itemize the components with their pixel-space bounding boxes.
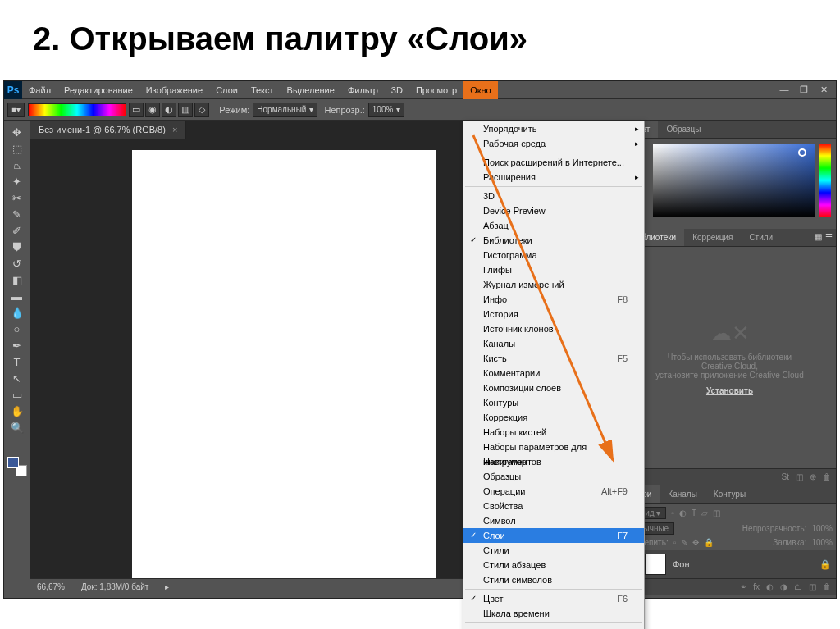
tool-preset-icon[interactable]: ■▾	[7, 103, 25, 117]
menu-filter[interactable]: Фильтр	[341, 81, 385, 99]
filter-smart-icon[interactable]: ◫	[713, 508, 720, 517]
status-chevron-icon[interactable]: ▸	[165, 582, 169, 591]
menu-item-композиции-слоев[interactable]: Композиции слоев	[463, 381, 644, 395]
path-tool-icon[interactable]: ↖	[8, 370, 26, 386]
menu-item-упорядочить[interactable]: Упорядочить	[463, 121, 644, 136]
menu-edit[interactable]: Редактирование	[57, 81, 139, 99]
layer-name[interactable]: Фон	[673, 559, 690, 569]
gradient-linear-icon[interactable]: ▭	[129, 103, 144, 117]
dodge-tool-icon[interactable]: ○	[8, 321, 26, 337]
tab-swatches[interactable]: Образцы	[658, 121, 709, 138]
shape-tool-icon[interactable]: ▭	[8, 386, 26, 403]
panel-icon[interactable]: St	[782, 472, 789, 481]
layer-fill[interactable]: 100%	[811, 538, 833, 547]
menu-item-гистограмма[interactable]: Гистограмма	[463, 248, 644, 262]
type-tool-icon[interactable]: T	[8, 353, 26, 370]
menu-item-инфо[interactable]: ИнфоF8	[463, 292, 644, 307]
menu-item-кисть[interactable]: КистьF5	[463, 351, 644, 366]
move-tool-icon[interactable]: ✥	[8, 124, 26, 140]
eraser-tool-icon[interactable]: ◧	[8, 271, 26, 288]
color-swatches[interactable]	[7, 457, 27, 476]
group-icon[interactable]: 🗀	[794, 582, 802, 591]
layer-thumbnail[interactable]	[645, 554, 666, 575]
lock-trans-icon[interactable]: ▫	[673, 538, 677, 547]
menu-select[interactable]: Выделение	[281, 81, 341, 99]
lock-pixel-icon[interactable]: ✎	[681, 538, 687, 547]
menu-item-коррекция[interactable]: Коррекция	[463, 410, 644, 425]
menu-item-навигатор[interactable]: Навигатор	[463, 454, 644, 469]
history-brush-icon[interactable]: ↺	[8, 255, 26, 271]
menu-item-наборы-параметров-для-инструментов[interactable]: Наборы параметров для инструментов	[463, 440, 644, 454]
menu-item-device-preview[interactable]: Device Preview	[463, 203, 644, 218]
menu-layers[interactable]: Слои	[209, 81, 244, 99]
fg-color-swatch[interactable]	[7, 457, 19, 468]
menu-image[interactable]: Изображение	[139, 81, 209, 99]
menu-item-контуры[interactable]: Контуры	[463, 395, 644, 410]
minimize-icon[interactable]: —	[778, 84, 790, 95]
menu-item-параметры[interactable]: Параметры	[463, 625, 644, 629]
menu-item-рабочая-среда[interactable]: Рабочая среда	[463, 136, 644, 151]
hue-slider[interactable]	[819, 144, 831, 217]
menu-item-стили[interactable]: Стили	[463, 543, 644, 558]
list-view-icon[interactable]: ☰	[825, 232, 833, 243]
menu-text[interactable]: Текст	[244, 81, 281, 99]
filter-shape-icon[interactable]: ▱	[701, 508, 708, 517]
canvas[interactable]	[132, 150, 436, 585]
menu-item-библиотеки[interactable]: Библиотеки	[463, 233, 644, 248]
menu-item-стили-символов[interactable]: Стили символов	[463, 572, 644, 587]
menu-item-стили-абзацев[interactable]: Стили абзацев	[463, 558, 644, 572]
menu-item-поиск-расширений-в-интернете-[interactable]: Поиск расширений в Интернете...	[463, 155, 644, 170]
menu-item-символ[interactable]: Символ	[463, 513, 644, 528]
lock-all-icon[interactable]: 🔒	[704, 538, 714, 547]
menu-item-шкала-времени[interactable]: Шкала времени	[463, 606, 644, 621]
install-link[interactable]: Установить	[706, 386, 753, 395]
menu-item-слои[interactable]: СлоиF7	[463, 528, 644, 543]
filter-type-icon[interactable]: T	[692, 508, 696, 517]
document-tab[interactable]: Без имени-1 @ 66,7% (RGB/8)×	[30, 121, 186, 139]
lasso-tool-icon[interactable]: ⏢	[8, 157, 26, 173]
layer-opacity[interactable]: 100%	[811, 524, 833, 533]
mask-icon[interactable]: ◐	[766, 582, 774, 591]
crop-tool-icon[interactable]: ✂	[8, 189, 26, 206]
menu-item-источник-клонов[interactable]: Источник клонов	[463, 321, 644, 336]
mode-select[interactable]: Нормальный ▾	[253, 103, 317, 117]
marquee-tool-icon[interactable]: ⬚	[8, 140, 26, 157]
menu-item-свойства[interactable]: Свойства	[463, 499, 644, 513]
trash-icon[interactable]: 🗑	[823, 472, 831, 481]
link-icon[interactable]: ⚭	[740, 582, 746, 591]
menu-item-расширения[interactable]: Расширения	[463, 170, 644, 185]
gradient-preview[interactable]	[28, 103, 126, 116]
gradient-radial-icon[interactable]: ◉	[145, 103, 160, 117]
menu-item-каналы[interactable]: Каналы	[463, 336, 644, 351]
stamp-tool-icon[interactable]: ⛊	[8, 239, 26, 255]
menu-item-3d[interactable]: 3D	[463, 189, 644, 203]
tab-adjustments[interactable]: Коррекция	[684, 229, 741, 246]
menu-window[interactable]: Окно	[463, 81, 498, 99]
layer-row[interactable]: 👁 Фон 🔒	[623, 550, 836, 578]
grid-view-icon[interactable]: ▦	[815, 232, 822, 243]
delete-icon[interactable]: 🗑	[823, 582, 831, 591]
menu-3d[interactable]: 3D	[385, 81, 409, 99]
new-layer-icon[interactable]: ◫	[809, 582, 816, 591]
filter-pixel-icon[interactable]: ▫	[671, 508, 674, 517]
fx-icon[interactable]: fx	[753, 582, 760, 591]
menu-item-глифы[interactable]: Глифы	[463, 262, 644, 277]
hand-tool-icon[interactable]: ✋	[8, 403, 26, 419]
gradient-reflect-icon[interactable]: ▥	[178, 103, 193, 117]
edit-toolbar-icon[interactable]: ⋯	[8, 435, 26, 452]
menu-file[interactable]: Файл	[22, 81, 57, 99]
menu-item-история[interactable]: История	[463, 307, 644, 321]
tab-channels[interactable]: Каналы	[660, 485, 705, 503]
eyedropper-tool-icon[interactable]: ✎	[8, 206, 26, 222]
maximize-icon[interactable]: ❐	[798, 84, 810, 95]
brush-tool-icon[interactable]: ✐	[8, 222, 26, 239]
menu-item-наборы-кистей[interactable]: Наборы кистей	[463, 425, 644, 440]
tab-styles[interactable]: Стили	[741, 229, 781, 246]
menu-view[interactable]: Просмотр	[409, 81, 463, 99]
blur-tool-icon[interactable]: 💧	[8, 304, 26, 321]
gradient-diamond-icon[interactable]: ◇	[194, 103, 209, 117]
tab-close-icon[interactable]: ×	[172, 125, 177, 134]
menu-item-образцы[interactable]: Образцы	[463, 469, 644, 484]
color-field[interactable]	[653, 144, 815, 217]
wand-tool-icon[interactable]: ✦	[8, 173, 26, 189]
